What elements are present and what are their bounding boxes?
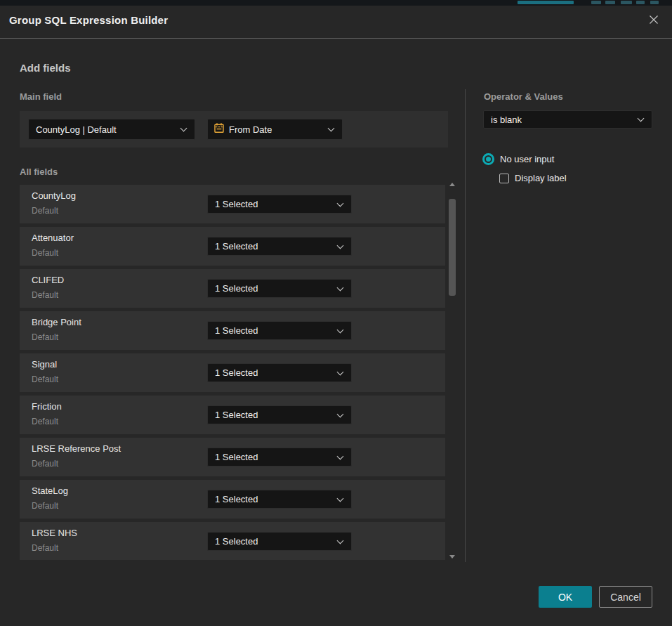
- field-name: Bridge Point: [32, 317, 81, 327]
- background-fragment: [518, 1, 574, 4]
- panel-divider: [465, 89, 466, 562]
- background-fragment: [650, 1, 659, 4]
- chevron-down-icon: [328, 125, 335, 132]
- close-icon: [648, 14, 659, 28]
- field-selected-dropdown[interactable]: 1 Selected: [207, 490, 352, 509]
- add-fields-heading: Add fields: [20, 62, 71, 74]
- field-name: Attenuator: [32, 233, 74, 243]
- scrollbar-thumb[interactable]: [449, 199, 456, 296]
- field-selected-dropdown[interactable]: 1 Selected: [207, 363, 352, 382]
- field-selected-value: 1 Selected: [208, 241, 258, 252]
- background-fragment: [621, 1, 632, 4]
- field-name: LRSE Reference Post: [32, 443, 121, 454]
- field-sublabel: Default: [32, 374, 58, 384]
- field-sublabel: Default: [32, 543, 58, 553]
- field-row: LRSE NHS Default 1 Selected: [20, 522, 445, 560]
- all-fields-label: All fields: [20, 167, 58, 177]
- main-field-source-value: CountyLog | Default: [29, 124, 117, 135]
- background-fragment: [591, 1, 601, 4]
- close-button[interactable]: [645, 13, 662, 30]
- field-row: Attenuator Default 1 Selected: [20, 227, 445, 266]
- chevron-down-icon: [337, 284, 344, 291]
- field-sublabel: Default: [32, 459, 58, 469]
- field-row: CLIFED Default 1 Selected: [20, 269, 445, 308]
- screen: Group SQL Expression Builder Add fields …: [0, 0, 672, 626]
- background-fragment: [636, 1, 645, 4]
- chevron-down-icon: [337, 452, 344, 459]
- field-sublabel: Default: [32, 417, 58, 426]
- calendar-icon: [213, 122, 225, 136]
- field-row: Bridge Point Default 1 Selected: [20, 311, 445, 350]
- background-app-strip: [0, 0, 672, 6]
- field-selected-value: 1 Selected: [208, 452, 258, 462]
- field-selected-dropdown[interactable]: 1 Selected: [207, 195, 352, 214]
- main-field-field-select[interactable]: From Date: [207, 119, 343, 140]
- field-selected-value: 1 Selected: [208, 536, 258, 547]
- chevron-down-icon: [337, 537, 344, 544]
- scrollbar-up-arrow-icon[interactable]: [449, 183, 455, 186]
- chevron-down-icon: [638, 115, 645, 122]
- field-selected-dropdown[interactable]: 1 Selected: [207, 405, 352, 424]
- field-selected-dropdown[interactable]: 1 Selected: [207, 237, 352, 256]
- field-sublabel: Default: [32, 248, 58, 258]
- chevron-down-icon: [337, 200, 344, 207]
- field-name: LRSE NHS: [32, 528, 77, 538]
- field-sublabel: Default: [32, 501, 58, 511]
- field-selected-dropdown[interactable]: 1 Selected: [207, 448, 352, 467]
- all-fields-list: CountyLog Default 1 Selected Attenuator …: [20, 181, 445, 560]
- main-field-field-value: From Date: [225, 124, 272, 135]
- chevron-down-icon: [337, 242, 344, 249]
- display-label-label: Display label: [515, 173, 567, 183]
- cancel-button[interactable]: Cancel: [599, 586, 652, 608]
- field-selected-value: 1 Selected: [208, 367, 258, 378]
- field-selected-dropdown[interactable]: 1 Selected: [207, 532, 352, 551]
- no-user-input-label: No user input: [500, 154, 554, 164]
- field-name: CountyLog: [32, 190, 76, 201]
- main-field-source-select[interactable]: CountyLog | Default: [28, 119, 195, 140]
- background-fragment: [605, 1, 615, 4]
- ok-button[interactable]: OK: [539, 586, 592, 608]
- chevron-down-icon: [337, 410, 344, 417]
- chevron-down-icon: [337, 495, 344, 502]
- field-name: Friction: [32, 401, 62, 412]
- field-row: Friction Default 1 Selected: [20, 396, 445, 434]
- field-selected-value: 1 Selected: [208, 283, 258, 294]
- chevron-down-icon: [180, 125, 187, 132]
- field-name: StateLog: [32, 485, 68, 496]
- fields-list-scrollbar[interactable]: [449, 181, 456, 560]
- field-sublabel: Default: [32, 290, 58, 300]
- field-selected-value: 1 Selected: [208, 325, 258, 336]
- field-row: StateLog Default 1 Selected: [20, 480, 445, 519]
- dialog-header: Group SQL Expression Builder: [0, 6, 672, 39]
- main-field-box: CountyLog | Default From Date: [20, 111, 448, 148]
- field-name: CLIFED: [32, 275, 64, 285]
- chevron-down-icon: [337, 368, 344, 375]
- display-label-option[interactable]: Display label: [499, 173, 567, 183]
- main-field-label: Main field: [20, 91, 62, 102]
- operator-select[interactable]: is blank: [483, 110, 652, 129]
- field-row: Signal Default 1 Selected: [20, 353, 445, 392]
- field-selected-value: 1 Selected: [208, 410, 258, 420]
- field-sublabel: Default: [32, 206, 58, 216]
- no-user-input-option[interactable]: No user input: [482, 153, 554, 165]
- field-selected-dropdown[interactable]: 1 Selected: [207, 279, 352, 298]
- group-sql-expression-builder-dialog: Group SQL Expression Builder Add fields …: [0, 6, 672, 626]
- field-selected-value: 1 Selected: [208, 494, 258, 504]
- field-row: CountyLog Default 1 Selected: [20, 185, 445, 223]
- chevron-down-icon: [337, 326, 344, 333]
- field-selected-value: 1 Selected: [208, 199, 258, 209]
- field-row: LRSE Reference Post Default 1 Selected: [20, 438, 445, 476]
- field-sublabel: Default: [32, 332, 58, 342]
- scrollbar-down-arrow-icon[interactable]: [449, 555, 455, 559]
- field-selected-dropdown[interactable]: 1 Selected: [207, 321, 352, 340]
- field-name: Signal: [32, 359, 57, 370]
- dialog-title: Group SQL Expression Builder: [9, 14, 168, 26]
- checkbox-unchecked-icon[interactable]: [499, 174, 509, 183]
- operator-select-value: is blank: [484, 115, 522, 125]
- radio-selected-icon[interactable]: [482, 153, 494, 165]
- operator-values-heading: Operator & Values: [484, 91, 563, 102]
